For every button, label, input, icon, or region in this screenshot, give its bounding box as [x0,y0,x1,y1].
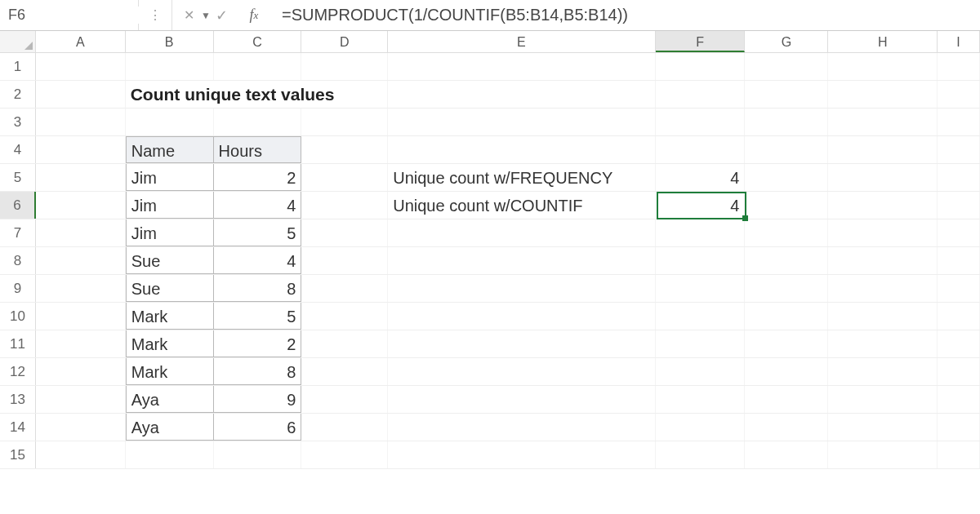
col-header-I[interactable]: I [938,31,980,52]
cell-I13[interactable] [938,386,980,413]
cell-D14[interactable] [301,414,388,441]
cell-H15[interactable] [828,441,938,468]
cell-B2[interactable]: Count unique text values [126,81,214,108]
cell-E9[interactable] [388,275,655,302]
cell-E10[interactable] [388,303,655,330]
cell-F2[interactable] [656,81,746,108]
cell-F8[interactable] [656,247,746,274]
row-header-4[interactable]: 4 [0,136,36,163]
cell-G5[interactable] [745,164,828,191]
cell-A3[interactable] [36,109,126,135]
cell-H6[interactable] [828,192,938,219]
cell-D9[interactable] [301,275,388,302]
row-header-14[interactable]: 14 [0,414,36,441]
cell-G2[interactable] [745,81,828,108]
cell-C5[interactable]: 2 [214,164,302,191]
row-header-9[interactable]: 9 [0,275,36,302]
cell-C10[interactable]: 5 [214,303,302,330]
cell-F7[interactable] [656,219,746,246]
enter-formula-icon[interactable]: ✓ [205,0,238,30]
cell-A4[interactable] [36,136,126,163]
row-header-12[interactable]: 12 [0,358,36,385]
cell-F9[interactable] [656,275,746,302]
cell-H3[interactable] [828,109,938,135]
cell-H5[interactable] [828,164,938,191]
cell-E13[interactable] [388,386,655,413]
cell-C7[interactable]: 5 [214,219,302,246]
cell-B12[interactable]: Mark [126,358,214,385]
cell-E11[interactable] [388,330,655,357]
cell-B5[interactable]: Jim [126,164,214,191]
cell-C4[interactable]: Hours [214,136,302,163]
cell-H7[interactable] [828,219,938,246]
row-header-11[interactable]: 11 [0,330,36,357]
cell-G7[interactable] [745,219,828,246]
cell-F13[interactable] [656,386,746,413]
cell-G10[interactable] [745,303,828,330]
cell-G9[interactable] [745,275,828,302]
cell-H10[interactable] [828,303,938,330]
cell-I15[interactable] [938,441,980,468]
cell-H11[interactable] [828,330,938,357]
cell-C2[interactable] [214,81,302,108]
cell-A11[interactable] [36,330,126,357]
cell-D11[interactable] [301,330,388,357]
cell-D1[interactable] [301,53,388,80]
cell-B1[interactable] [126,53,214,80]
cell-C3[interactable] [214,109,302,135]
cell-A15[interactable] [36,441,126,468]
cell-A6[interactable] [36,192,126,219]
col-header-E[interactable]: E [388,31,655,52]
cell-G8[interactable] [745,247,828,274]
cell-A14[interactable] [36,414,126,441]
cell-H2[interactable] [828,81,938,108]
cell-B9[interactable]: Sue [126,275,214,302]
cell-G3[interactable] [745,109,828,135]
cell-A2[interactable] [36,81,126,108]
cell-D4[interactable] [301,136,388,163]
cell-G11[interactable] [745,330,828,357]
cell-G15[interactable] [745,441,828,468]
cell-I6[interactable] [938,192,980,219]
cell-G14[interactable] [745,414,828,441]
cell-F4[interactable] [656,136,746,163]
cell-H14[interactable] [828,414,938,441]
row-header-1[interactable]: 1 [0,53,36,80]
cell-I3[interactable] [938,109,980,135]
cell-I12[interactable] [938,358,980,385]
cell-B4[interactable]: Name [126,136,214,163]
fx-icon[interactable]: fx [238,0,270,30]
cell-B3[interactable] [126,109,214,135]
cell-H4[interactable] [828,136,938,163]
cell-B15[interactable] [126,441,214,468]
cell-A12[interactable] [36,358,126,385]
cell-B7[interactable]: Jim [126,219,214,246]
row-header-8[interactable]: 8 [0,247,36,274]
cell-F12[interactable] [656,358,746,385]
worksheet-grid[interactable]: A B C D E F G H I 1 2 Count unique text … [0,31,980,514]
col-header-F[interactable]: F [656,31,746,52]
cell-D15[interactable] [301,441,388,468]
row-header-7[interactable]: 7 [0,219,36,246]
cell-G4[interactable] [745,136,828,163]
cell-E14[interactable] [388,414,655,441]
cell-I11[interactable] [938,330,980,357]
cell-C9[interactable]: 8 [214,275,302,302]
col-header-G[interactable]: G [745,31,828,52]
cell-D10[interactable] [301,303,388,330]
formula-input[interactable] [270,0,980,30]
col-header-D[interactable]: D [301,31,388,52]
row-header-2[interactable]: 2 [0,81,36,108]
cell-E8[interactable] [388,247,655,274]
cell-I7[interactable] [938,219,980,246]
cell-A13[interactable] [36,386,126,413]
cell-E5[interactable]: Unique count w/FREQUENCY [388,164,655,191]
cell-D8[interactable] [301,247,388,274]
cell-A7[interactable] [36,219,126,246]
cell-F5[interactable]: 4 [656,164,746,191]
cell-F6[interactable]: 4 [656,192,746,219]
col-header-H[interactable]: H [828,31,938,52]
cancel-formula-icon[interactable]: ✕ [172,0,205,30]
cell-E2[interactable] [388,81,655,108]
cell-B10[interactable]: Mark [126,303,214,330]
